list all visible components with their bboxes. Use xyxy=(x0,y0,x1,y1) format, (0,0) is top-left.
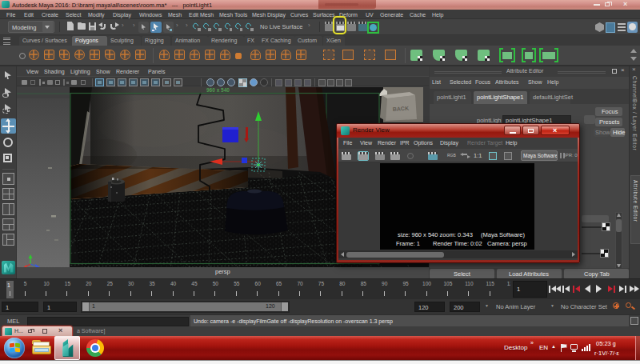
svg-text:960 x 540: 960 x 540 xyxy=(206,87,230,93)
svg-text:BACK: BACK xyxy=(393,106,410,112)
